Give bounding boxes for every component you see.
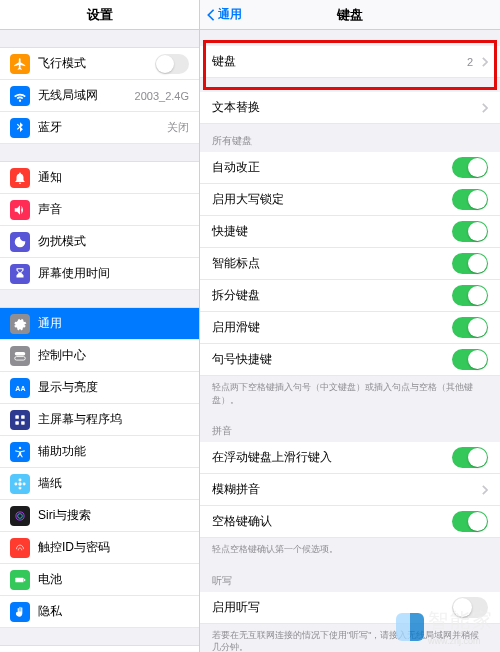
toggle[interactable]	[452, 157, 488, 178]
battery-icon	[10, 570, 30, 590]
svg-rect-4	[21, 415, 25, 419]
cell-text-replacement[interactable]: 文本替换	[200, 92, 500, 124]
toggle[interactable]	[452, 221, 488, 242]
hand-icon	[10, 602, 30, 622]
sidebar-item-wifi[interactable]: 无线局域网 2003_2.4G	[0, 80, 199, 112]
gear-icon	[10, 314, 30, 334]
toggle[interactable]	[452, 511, 488, 532]
section-all-keyboards: 所有键盘	[200, 124, 500, 152]
toggle[interactable]	[452, 447, 488, 468]
cell-label: 空格键确认	[212, 513, 444, 530]
cell-label: 启用滑键	[212, 319, 444, 336]
footer-space: 轻点空格键确认第一个候选项。	[200, 538, 500, 564]
cell-shortcut-key[interactable]: 快捷键	[200, 216, 500, 248]
chevron-left-icon	[206, 8, 216, 22]
wifi-value: 2003_2.4G	[135, 90, 189, 102]
chevron-right-icon	[481, 57, 488, 67]
sidebar-item-label: 通知	[38, 169, 189, 186]
svg-point-10	[19, 486, 22, 489]
section-pinyin: 拼音	[200, 414, 500, 442]
sidebar-item-label: 蓝牙	[38, 119, 159, 136]
bluetooth-value: 关闭	[167, 120, 189, 135]
toggle[interactable]	[452, 189, 488, 210]
cell-period-shortcut[interactable]: 句号快捷键	[200, 344, 500, 376]
sidebar-item-label: 主屏幕与程序坞	[38, 411, 189, 428]
cell-split-keyboard[interactable]: 拆分键盘	[200, 280, 500, 312]
cell-keyboards[interactable]: 键盘 2	[200, 46, 500, 78]
toggle[interactable]	[452, 597, 488, 618]
sidebar-item-wallpaper[interactable]: 墙纸	[0, 468, 199, 500]
cell-enable-dictation[interactable]: 启用听写	[200, 592, 500, 624]
sidebar-item-accessibility[interactable]: 辅助功能	[0, 436, 199, 468]
display-icon: AA	[10, 378, 30, 398]
sidebar-item-airplane[interactable]: 飞行模式	[0, 48, 199, 80]
fingerprint-icon	[10, 538, 30, 558]
airplane-toggle[interactable]	[155, 54, 189, 74]
svg-rect-3	[15, 415, 19, 419]
sidebar-item-label: 墙纸	[38, 475, 189, 492]
sidebar-item-label: 触控ID与密码	[38, 539, 189, 556]
cell-smart-punctuation[interactable]: 智能标点	[200, 248, 500, 280]
cell-auto-correct[interactable]: 自动改正	[200, 152, 500, 184]
sidebar-item-screentime[interactable]: 屏幕使用时间	[0, 258, 199, 290]
sidebar-item-battery[interactable]: 电池	[0, 564, 199, 596]
svg-point-14	[18, 513, 23, 518]
sidebar-item-label: 声音	[38, 201, 189, 218]
sidebar-item-homescreen[interactable]: 主屏幕与程序坞	[0, 404, 199, 436]
keyboards-count: 2	[467, 56, 473, 68]
sidebar-item-display[interactable]: AA 显示与亮度	[0, 372, 199, 404]
sidebar-item-sounds[interactable]: 声音	[0, 194, 199, 226]
cell-floating-slide[interactable]: 在浮动键盘上滑行键入	[200, 442, 500, 474]
toggle[interactable]	[452, 285, 488, 306]
footer-dictation: 若要在无互联网连接的情况下使用"听写"，请接入无线局域网并稍候几分钟。 关于询问…	[200, 624, 500, 652]
chevron-right-icon	[481, 103, 488, 113]
sidebar-item-siri[interactable]: Siri与搜索	[0, 500, 199, 532]
sidebar-item-label: Siri与搜索	[38, 507, 189, 524]
speaker-icon	[10, 200, 30, 220]
sidebar-item-label: 勿扰模式	[38, 233, 189, 250]
cell-label: 在浮动键盘上滑行键入	[212, 449, 444, 466]
sidebar-item-label: 无线局域网	[38, 87, 127, 104]
sidebar-item-label: 通用	[38, 315, 189, 332]
cell-label: 句号快捷键	[212, 351, 444, 368]
cell-caps-lock[interactable]: 启用大写锁定	[200, 184, 500, 216]
sidebar-item-notifications[interactable]: 通知	[0, 162, 199, 194]
sidebar-item-bluetooth[interactable]: 蓝牙 关闭	[0, 112, 199, 144]
sidebar-item-label: 隐私	[38, 603, 189, 620]
sidebar-item-label: 辅助功能	[38, 443, 189, 460]
sidebar-item-touchid[interactable]: 触控ID与密码	[0, 532, 199, 564]
accessibility-icon	[10, 442, 30, 462]
sidebar-item-privacy[interactable]: 隐私	[0, 596, 199, 628]
sidebar-item-control-center[interactable]: 控制中心	[0, 340, 199, 372]
back-button[interactable]: 通用	[206, 0, 242, 29]
cell-fuzzy-pinyin[interactable]: 模糊拼音	[200, 474, 500, 506]
sidebar-item-dnd[interactable]: 勿扰模式	[0, 226, 199, 258]
cell-enable-slide[interactable]: 启用滑键	[200, 312, 500, 344]
cell-label: 启用大写锁定	[212, 191, 444, 208]
svg-rect-1	[15, 356, 26, 360]
cell-label: 文本替换	[212, 99, 473, 116]
cell-space-confirm[interactable]: 空格键确认	[200, 506, 500, 538]
sidebar-item-label: 电池	[38, 571, 189, 588]
svg-point-11	[14, 482, 17, 485]
hourglass-icon	[10, 264, 30, 284]
switch-icon	[10, 346, 30, 366]
bluetooth-icon	[10, 118, 30, 138]
back-label: 通用	[218, 6, 242, 23]
footer-period: 轻点两下空格键插入句号（中文键盘）或插入句点与空格（其他键盘）。	[200, 376, 500, 414]
sidebar-item-general[interactable]: 通用	[0, 308, 199, 340]
sidebar-item-appstore[interactable]: iTunes Store与App Store	[0, 646, 199, 652]
svg-rect-6	[21, 421, 25, 425]
flower-icon	[10, 474, 30, 494]
grid-icon	[10, 410, 30, 430]
cell-label: 自动改正	[212, 159, 444, 176]
toggle[interactable]	[452, 349, 488, 370]
toggle[interactable]	[452, 253, 488, 274]
airplane-icon	[10, 54, 30, 74]
toggle[interactable]	[452, 317, 488, 338]
svg-text:AA: AA	[15, 384, 25, 391]
sidebar-item-label: 飞行模式	[38, 55, 147, 72]
moon-icon	[10, 232, 30, 252]
page-title: 键盘	[337, 6, 363, 24]
cell-label: 拆分键盘	[212, 287, 444, 304]
